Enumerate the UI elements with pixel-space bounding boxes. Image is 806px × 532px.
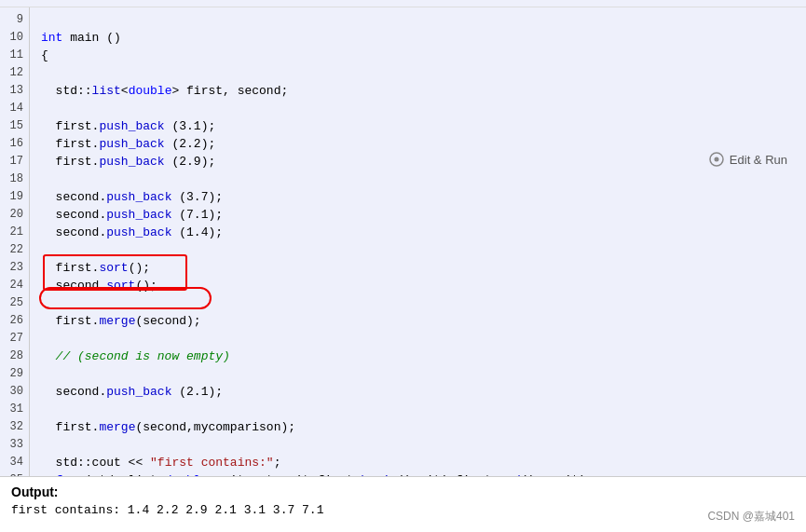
code-line xyxy=(41,241,795,259)
code-line: int main () xyxy=(41,29,795,47)
code-line: first.push_back (2.9); xyxy=(41,153,795,171)
edit-run-button[interactable]: Edit & Run xyxy=(709,152,787,167)
code-line xyxy=(41,365,795,383)
code-line: second.push_back (1.4); xyxy=(41,224,795,241)
main-container: 9 10 11 12 13 14 15 16 17 18 19 20 21 22… xyxy=(0,0,806,532)
output-label: Output: xyxy=(11,484,795,499)
code-line xyxy=(41,100,795,117)
code-line xyxy=(41,436,795,454)
code-line: first.push_back (3.1); xyxy=(41,117,795,135)
code-editor[interactable]: 9 10 11 12 13 14 15 16 17 18 19 20 21 22… xyxy=(0,7,806,476)
svg-point-1 xyxy=(714,157,718,162)
code-line: second.push_back (7.1); xyxy=(41,206,795,224)
code-line: second.push_back (3.7); xyxy=(41,188,795,206)
code-line xyxy=(41,171,795,188)
code-lines: int main () { std::list<double> first, s… xyxy=(30,7,806,476)
code-line xyxy=(41,330,795,348)
code-line: first.push_back (2.2); xyxy=(41,135,795,153)
scroll-indicator xyxy=(0,0,806,7)
csdn-watermark: CSDN @嘉城401 xyxy=(707,509,795,525)
code-line: std::list<double> first, second; xyxy=(41,82,795,100)
code-line xyxy=(41,11,795,29)
code-line xyxy=(41,64,795,82)
code-line: second.push_back (2.1); xyxy=(41,383,795,401)
edit-run-label: Edit & Run xyxy=(730,153,787,167)
code-line-merge: first.merge(second); xyxy=(41,312,795,330)
code-line: { xyxy=(41,47,795,64)
code-line: std::cout << "first contains:"; xyxy=(41,454,795,471)
code-line-comment: // (second is now empty) xyxy=(41,348,795,365)
gear-icon xyxy=(709,152,724,167)
code-line xyxy=(41,294,795,312)
output-text: first contains: 1.4 2.2 2.9 2.1 3.1 3.7 … xyxy=(11,503,795,517)
code-line-sort-second: second.sort(); xyxy=(41,277,795,294)
line-numbers: 9 10 11 12 13 14 15 16 17 18 19 20 21 22… xyxy=(0,7,30,476)
code-line: first.merge(second,mycomparison); xyxy=(41,418,795,436)
output-area: Output: first contains: 1.4 2.2 2.9 2.1 … xyxy=(0,476,806,532)
code-line xyxy=(41,401,795,418)
code-line-sort-first: first.sort(); xyxy=(41,259,795,277)
